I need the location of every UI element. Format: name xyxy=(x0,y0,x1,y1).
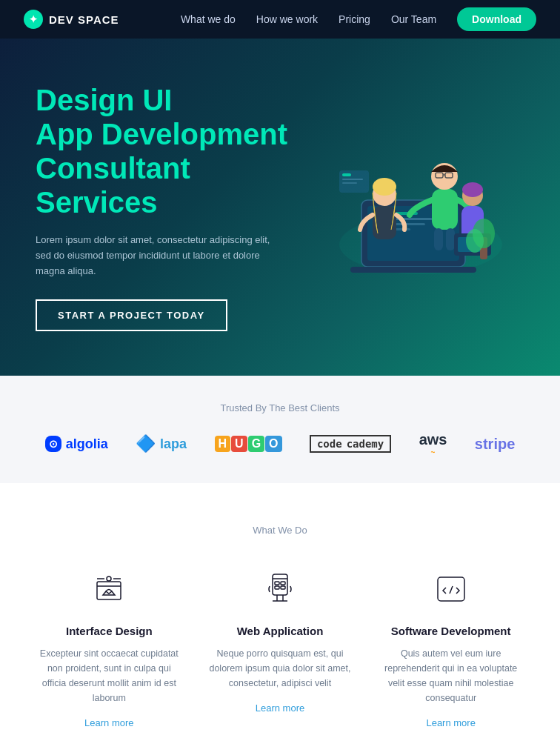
nav-our-team[interactable]: Our Team xyxy=(391,13,436,25)
svg-rect-27 xyxy=(342,173,351,176)
service-title-interface: Interface Design xyxy=(36,625,183,637)
service-card-web: Web Application Neque porro quisquam est… xyxy=(207,565,354,729)
service-link-web[interactable]: Learn more xyxy=(256,702,304,714)
clients-section: Trusted By The Best Clients ⊙ algolia 🔷 … xyxy=(0,376,560,483)
service-link-software[interactable]: Learn more xyxy=(426,717,475,728)
hero-section: Design UI App Development Consultant Ser… xyxy=(0,39,560,376)
algolia-logo: ⊙ algolia xyxy=(45,436,108,452)
svg-point-20 xyxy=(462,182,483,197)
svg-rect-30 xyxy=(97,582,121,599)
svg-point-17 xyxy=(373,178,396,196)
stripe-logo: stripe xyxy=(475,436,515,453)
what-we-do-section: What We Do Interface Design Excepteur si… xyxy=(0,483,560,741)
svg-rect-13 xyxy=(434,228,443,250)
nav-how-we-work[interactable]: How we work xyxy=(256,13,318,25)
svg-rect-8 xyxy=(432,189,458,230)
hero-illustration xyxy=(317,126,524,289)
service-desc-interface: Excepteur sint occaecat cupidatat non pr… xyxy=(36,646,183,705)
svg-rect-29 xyxy=(342,182,357,184)
lapa-icon: 🔷 xyxy=(136,434,156,453)
lapa-logo: 🔷 lapa xyxy=(136,434,187,453)
logo: ✦ DEV SPACE xyxy=(24,10,119,29)
clients-label: Trusted By The Best Clients xyxy=(36,402,524,413)
service-card-software: Software Development Quis autem vel eum … xyxy=(377,565,524,729)
logo-icon: ✦ xyxy=(24,10,43,29)
software-development-icon xyxy=(427,565,475,613)
codecademy-logo: codecademy xyxy=(310,435,391,453)
service-card-interface: Interface Design Excepteur sint occaecat… xyxy=(36,565,183,729)
hero-cta-button[interactable]: START A PROJECT TODAY xyxy=(36,299,227,331)
service-title-web: Web Application xyxy=(207,625,354,637)
svg-rect-14 xyxy=(446,228,455,250)
svg-rect-35 xyxy=(275,582,279,585)
svg-point-32 xyxy=(107,576,111,581)
hero-description: Lorem ipsum dolor sit amet, consectetur … xyxy=(36,233,273,279)
nav-what-we-do[interactable]: What we do xyxy=(181,13,236,25)
interface-design-icon xyxy=(85,565,133,613)
navigation: ✦ DEV SPACE What we do How we work Prici… xyxy=(0,0,560,39)
service-title-software: Software Development xyxy=(377,625,524,637)
web-application-icon xyxy=(256,565,304,613)
aws-logo: aws~ xyxy=(419,431,447,456)
hero-title: Design UI App Development Consultant Ser… xyxy=(36,83,317,219)
service-link-interface[interactable]: Learn more xyxy=(84,717,133,728)
svg-point-25 xyxy=(466,229,484,253)
svg-rect-37 xyxy=(275,586,279,589)
nav-links: What we do How we work Pricing Our Team … xyxy=(181,13,536,26)
what-section-label: What We Do xyxy=(36,525,524,536)
nav-download-button[interactable]: Download xyxy=(457,7,536,31)
svg-rect-38 xyxy=(281,586,285,589)
hero-content: Design UI App Development Consultant Ser… xyxy=(36,83,317,331)
hugo-logo: H U G O xyxy=(215,436,282,452)
hugo-icon: H U G O xyxy=(215,436,282,452)
service-desc-software: Quis autem vel eum iure reprehenderit qu… xyxy=(377,646,524,705)
svg-rect-36 xyxy=(281,582,285,585)
service-desc-web: Neque porro quisquam est, qui dolorem ip… xyxy=(207,646,354,691)
algolia-icon: ⊙ xyxy=(45,436,61,452)
clients-logos: ⊙ algolia 🔷 lapa H U G O codecademy aws~… xyxy=(36,431,524,456)
logo-text: DEV SPACE xyxy=(49,13,119,26)
services-grid: Interface Design Excepteur sint occaecat… xyxy=(36,565,524,729)
svg-rect-7 xyxy=(350,267,476,273)
svg-rect-28 xyxy=(342,179,363,180)
nav-pricing[interactable]: Pricing xyxy=(339,13,370,25)
